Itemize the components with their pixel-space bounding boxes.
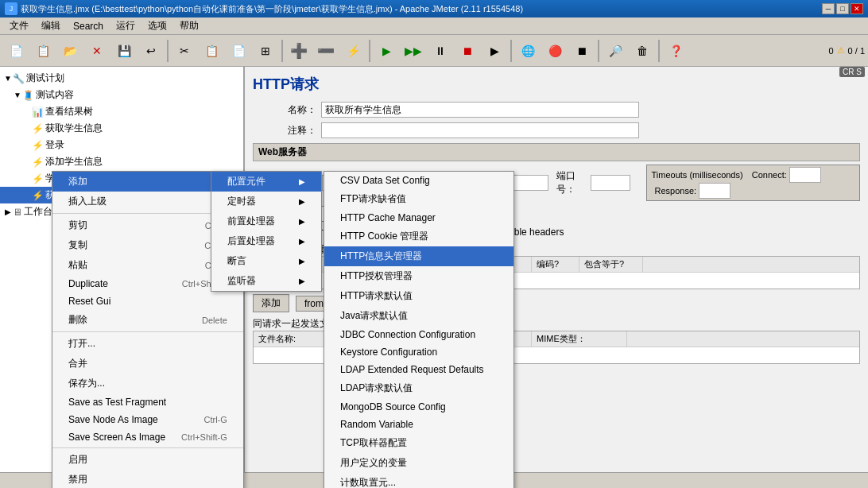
ctx-disable-label: 禁用 [68,473,87,486]
ctx-http-cookie-label: HTTP Cookie 管理器 [340,230,428,243]
ctx-http-cookie[interactable]: HTTP Cookie 管理器 [324,227,513,246]
ctx-open[interactable]: 打开... [52,334,243,354]
ctx-pre-processors[interactable]: 前置处理器 ▶ [211,211,321,231]
ctx-save-screen-image-label: Save Screen As Image [68,432,165,443]
ctx-mongodb-label: MongoDB Source Config [340,401,446,412]
ctx-assertions[interactable]: 断言 ▶ [211,251,321,271]
ctx-java-defaults-label: Java请求默认值 [340,309,408,323]
ctx-ftp-defaults[interactable]: FTP请求缺省值 [324,189,513,209]
ctx-config-arrow: ▶ [299,177,305,186]
ctx-random-variable-label: Random Variable [340,419,413,430]
ctx-reset-gui-label: Reset Gui [68,296,110,307]
ctx-merge[interactable]: 合并 [52,354,243,374]
ctx-open-label: 打开... [68,337,95,351]
ctx-timers-arrow: ▶ [299,197,305,206]
ctx-post-processors-label: 后置处理器 [227,234,275,248]
ctx-copy-label: 复制 [68,238,87,252]
ctx-save-fragment[interactable]: Save as Test Fragment [52,393,243,411]
ctx-config-elements[interactable]: 配置元件 ▶ [211,172,321,192]
ctx-sep-2 [52,331,243,332]
ctx-pre-arrow: ▶ [299,217,305,226]
ctx-cut-label: 剪切 [68,219,87,232]
ctx-random-variable[interactable]: Random Variable [324,416,513,433]
ctx-insert-parent-label: 插入上级 [68,195,107,208]
ctx-http-header[interactable]: HTTP信息头管理器 [324,246,513,266]
ctx-post-processors[interactable]: 后置处理器 ▶ [211,231,321,251]
ctx-duplicate-label: Duplicate [68,278,108,289]
ctx-user-defined-vars[interactable]: 用户定义的变量 [324,453,513,473]
ctx-save-node-image[interactable]: Save Node As Image Ctrl-G [52,411,243,428]
ctx-enable-label: 启用 [68,453,87,467]
ctx-merge-label: 合并 [68,357,87,370]
ctx-save-as[interactable]: 保存为... [52,374,243,393]
config-submenu: CSV Data Set Config FTP请求缺省值 HTTP Cache … [324,171,514,488]
ctx-ldap-extended-label: LDAP Extended Request Defaults [340,364,484,375]
ctx-timers-label: 定时器 [227,195,256,208]
ctx-http-cache[interactable]: HTTP Cache Manager [324,209,513,227]
ctx-disable[interactable]: 禁用 [52,470,243,488]
ctx-save-screen-image[interactable]: Save Screen As Image Ctrl+Shift-G [52,428,243,446]
ctx-reset-gui[interactable]: Reset Gui [52,292,243,310]
ctx-ldap-defaults-label: LDAP请求默认值 [340,381,413,395]
ctx-counter-label: 计数取置元... [340,476,396,488]
ctx-save-as-label: 保存为... [68,377,105,390]
ctx-java-defaults[interactable]: Java请求默认值 [324,306,513,326]
ctx-assertions-label: 断言 [227,254,246,268]
ctx-http-auth[interactable]: HTTP授权管理器 [324,266,513,286]
ctx-timers[interactable]: 定时器 ▶ [211,192,321,211]
ctx-jdbc-config[interactable]: JDBC Connection Configuration [324,326,513,343]
ctx-jdbc-label: JDBC Connection Configuration [340,329,475,340]
ctx-keystore[interactable]: Keystore Configuration [324,343,513,361]
ctx-http-header-label: HTTP信息头管理器 [340,250,422,263]
ctx-save-node-shortcut: Ctrl-G [204,415,227,424]
ctx-tcp-sampler-config[interactable]: TCP取样器配置 [324,433,513,453]
ctx-assertions-arrow: ▶ [299,257,305,265]
ctx-listeners[interactable]: 监听器 ▶ [211,271,321,291]
ctx-counter[interactable]: 计数取置元... [324,473,513,488]
ctx-ftp-label: FTP请求缺省值 [340,192,406,206]
ctx-enable[interactable]: 启用 [52,450,243,470]
ctx-http-auth-label: HTTP授权管理器 [340,269,413,283]
ctx-user-vars-label: 用户定义的变量 [340,456,407,470]
add-submenu: 配置元件 ▶ 定时器 ▶ 前置处理器 ▶ 后置处理器 ▶ 断言 ▶ 监听器 ▶ [211,171,322,292]
ctx-csv-data-set[interactable]: CSV Data Set Config [324,172,513,189]
ctx-add-label: 添加 [68,175,87,188]
ctx-csv-label: CSV Data Set Config [340,175,430,186]
ctx-post-arrow: ▶ [299,237,305,246]
context-menu-overlay: 添加 ▶ 插入上级 ▶ 剪切 Ctrl-X 复制 Ctrl-C 粘贴 Ctrl-… [0,0,868,488]
ctx-config-elements-label: 配置元件 [227,175,265,188]
ctx-pre-processors-label: 前置处理器 [227,215,275,228]
ctx-save-node-image-label: Save Node As Image [68,414,158,425]
ctx-keystore-label: Keystore Configuration [340,347,437,358]
ctx-ldap-extended[interactable]: LDAP Extended Request Defaults [324,361,513,378]
ctx-tcp-sampler-label: TCP取样器配置 [340,436,407,450]
ctx-delete-shortcut: Delete [202,316,227,325]
ctx-save-screen-shortcut: Ctrl+Shift-G [181,432,227,442]
ctx-http-req-defaults[interactable]: HTTP请求默认值 [324,286,513,306]
ctx-sep-3 [52,447,243,448]
ctx-delete[interactable]: 删除 Delete [52,310,243,330]
ctx-ldap-defaults[interactable]: LDAP请求默认值 [324,378,513,398]
ctx-delete-label: 删除 [68,313,87,327]
ctx-paste-label: 粘贴 [68,258,87,272]
ctx-listeners-arrow: ▶ [299,277,305,285]
ctx-http-req-defaults-label: HTTP请求默认值 [340,289,413,303]
ctx-save-fragment-label: Save as Test Fragment [68,397,166,408]
ctx-mongodb[interactable]: MongoDB Source Config [324,398,513,416]
ctx-http-cache-label: HTTP Cache Manager [340,212,436,223]
ctx-listeners-label: 监听器 [227,274,256,288]
